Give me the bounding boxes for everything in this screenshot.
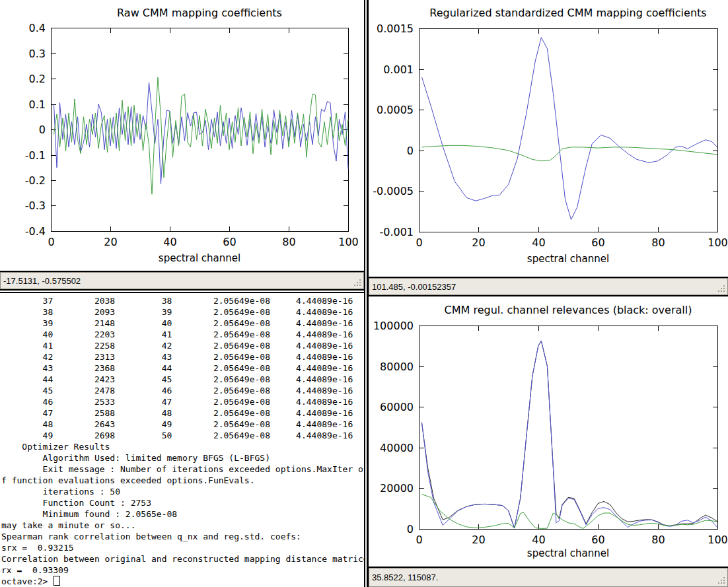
terminal-prompt: octave:2> <box>1 576 53 586</box>
svg-text:40: 40 <box>532 534 545 546</box>
resize-grip-icon[interactable] <box>359 285 361 286</box>
x-axis-label-relevances: spectral channel <box>419 547 717 559</box>
svg-text:60: 60 <box>591 236 604 249</box>
svg-text:0: 0 <box>416 534 422 546</box>
svg-text:0.3: 0.3 <box>29 48 46 60</box>
regularized-coefficients-plot-window: Regularized standardized CMM mapping coe… <box>369 0 728 277</box>
svg-text:0.2: 0.2 <box>29 73 46 85</box>
svg-text:40: 40 <box>163 236 176 248</box>
channel-relevances-chart[interactable]: 020406080100100000800006000040000200000 <box>369 296 728 567</box>
svg-text:0.4: 0.4 <box>29 22 46 34</box>
relevance-2-line <box>422 495 718 529</box>
svg-text:20: 20 <box>472 236 485 249</box>
svg-text:80: 80 <box>651 236 665 249</box>
octave-gnuplot-workspace: Raw CMM mapping coefficients 02040608010… <box>0 0 728 587</box>
statusbar-raw-coordinates: -17.5131, -0.575502 <box>0 272 364 289</box>
svg-text:20: 20 <box>472 534 485 546</box>
cursor-coordinates-text: -17.5131, -0.575502 <box>3 276 81 286</box>
svg-text:20000: 20000 <box>380 482 414 495</box>
svg-text:60000: 60000 <box>380 401 414 413</box>
svg-text:0: 0 <box>407 523 414 535</box>
resize-grip-icon[interactable] <box>723 582 725 584</box>
raw-coefficients-chart[interactable]: 0204060801000.40.30.20.10-0.1-0.2-0.3-0.… <box>0 0 364 271</box>
svg-text:-0.2: -0.2 <box>25 174 46 187</box>
svg-text:0.001: 0.001 <box>383 63 414 76</box>
svg-text:60: 60 <box>223 236 236 248</box>
svg-text:0: 0 <box>407 145 414 157</box>
svg-text:0: 0 <box>416 236 422 249</box>
svg-text:40: 40 <box>532 236 545 249</box>
x-axis-label-raw: spectral channel <box>51 252 348 264</box>
svg-text:80: 80 <box>282 236 295 248</box>
svg-text:-0.3: -0.3 <box>25 199 46 212</box>
svg-text:100: 100 <box>338 236 359 248</box>
svg-text:60: 60 <box>591 534 604 546</box>
overall-relevance-line <box>422 341 718 528</box>
terminal-output[interactable]: 37 2038 38 2.05649e-08 4.44089e-16 38 20… <box>0 293 364 576</box>
cursor-coordinates-text: 35.8522, 115087. <box>372 572 438 582</box>
svg-text:0.0005: 0.0005 <box>377 104 414 116</box>
relevance-1-line <box>422 341 718 528</box>
window-border <box>0 289 364 291</box>
svg-text:100000: 100000 <box>373 320 414 332</box>
terminal-cursor <box>54 576 60 586</box>
svg-text:-0.0005: -0.0005 <box>373 185 414 197</box>
terminal-prompt-line[interactable]: octave:2> <box>0 576 364 587</box>
svg-text:0.0015: 0.0015 <box>377 22 414 35</box>
x-axis-label-regularized: spectral channel <box>419 253 717 265</box>
svg-text:0.1: 0.1 <box>29 98 46 111</box>
svg-text:-0.1: -0.1 <box>25 149 46 162</box>
regularized-2-line <box>422 145 718 160</box>
svg-text:40000: 40000 <box>380 442 414 454</box>
coefficients-2-line <box>54 77 349 194</box>
svg-text:100: 100 <box>708 236 728 249</box>
regularized-1-line <box>422 38 718 220</box>
octave-terminal-window: 37 2038 38 2.05649e-08 4.44089e-16 38 20… <box>0 293 364 587</box>
statusbar-regularized-coordinates: 101.485, -0.00152357 <box>369 278 728 295</box>
svg-text:80: 80 <box>651 534 665 546</box>
svg-text:-0.001: -0.001 <box>379 226 414 238</box>
raw-coefficients-plot-window: Raw CMM mapping coefficients 02040608010… <box>0 0 364 271</box>
svg-text:80000: 80000 <box>380 361 414 373</box>
svg-text:0: 0 <box>48 236 54 248</box>
svg-text:0: 0 <box>39 123 46 136</box>
regularized-coefficients-chart[interactable]: 0204060801000.00150.0010.00050-0.0005-0.… <box>369 0 728 277</box>
svg-text:100: 100 <box>708 534 728 546</box>
statusbar-relevances-coordinates: 35.8522, 115087. <box>369 568 728 587</box>
svg-text:-0.4: -0.4 <box>25 225 46 238</box>
cursor-coordinates-text: 101.485, -0.00152357 <box>372 282 456 292</box>
resize-grip-icon[interactable] <box>723 291 725 292</box>
svg-text:20: 20 <box>104 236 117 248</box>
channel-relevances-plot-window: CMM regul. channel relevances (black: ov… <box>369 296 728 567</box>
